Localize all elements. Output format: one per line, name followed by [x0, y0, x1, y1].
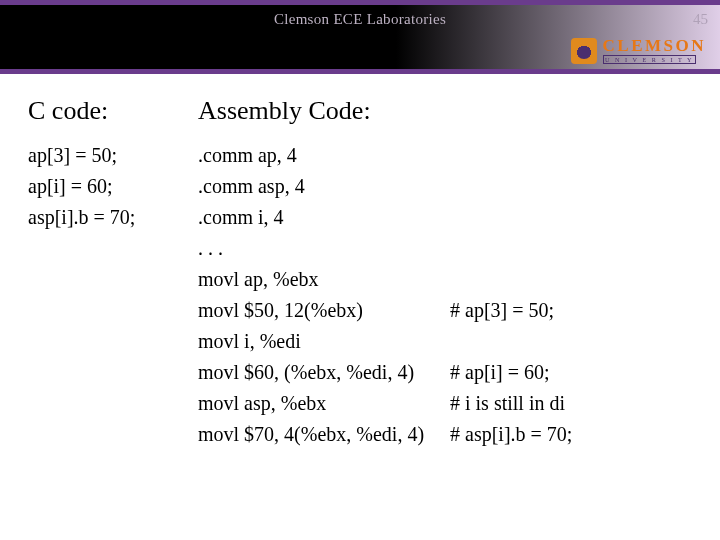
c-code-line: ap[3] = 50;	[28, 140, 198, 171]
c-code-column: C code: ap[3] = 50; ap[i] = 60; asp[i].b…	[28, 96, 198, 450]
asm-line: .comm ap, 4	[198, 140, 698, 171]
asm-line: movl asp, %ebx# i is still in di	[198, 388, 698, 419]
asm-line: movl ap, %ebx	[198, 264, 698, 295]
c-code-heading: C code:	[28, 96, 198, 126]
c-code-line: ap[i] = 60;	[28, 171, 198, 202]
slide: Clemson ECE Laboratories 45 CLEMSON U N …	[0, 0, 720, 540]
asm-line: . . .	[198, 233, 698, 264]
assembly-column: Assembly Code: .comm ap, 4 .comm asp, 4 …	[198, 96, 698, 450]
asm-line: movl $60, (%ebx, %edi, 4)# ap[i] = 60;	[198, 357, 698, 388]
header-band: Clemson ECE Laboratories 45 CLEMSON U N …	[0, 0, 720, 74]
clemson-logo: CLEMSON U N I V E R S I T Y	[571, 37, 706, 64]
asm-line: movl i, %edi	[198, 326, 698, 357]
asm-line: .comm asp, 4	[198, 171, 698, 202]
asm-line: movl $70, 4(%ebx, %edi, 4)# asp[i].b = 7…	[198, 419, 698, 450]
asm-line: movl $50, 12(%ebx)# ap[3] = 50;	[198, 295, 698, 326]
logo-main-text: CLEMSON	[603, 37, 706, 54]
asm-line: .comm i, 4	[198, 202, 698, 233]
logo-text: CLEMSON U N I V E R S I T Y	[603, 37, 706, 64]
page-number: 45	[693, 11, 708, 28]
logo-sub-text: U N I V E R S I T Y	[603, 55, 706, 64]
content-area: C code: ap[3] = 50; ap[i] = 60; asp[i].b…	[28, 96, 698, 450]
header-title: Clemson ECE Laboratories	[0, 11, 720, 28]
assembly-heading: Assembly Code:	[198, 96, 698, 126]
c-code-line: asp[i].b = 70;	[28, 202, 198, 233]
paw-icon	[571, 38, 597, 64]
